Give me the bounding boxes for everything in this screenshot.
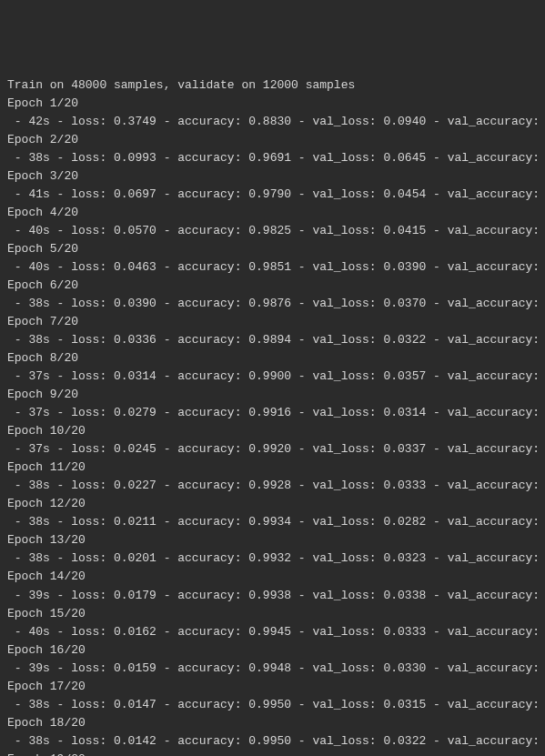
epoch-header: Epoch 2/20 bbox=[7, 131, 538, 149]
epoch-metrics: - 37s - loss: 0.0245 - accuracy: 0.9920 … bbox=[7, 440, 538, 459]
epoch-header: Epoch 19/20 bbox=[7, 751, 538, 756]
epoch-metrics: - 40s - loss: 0.0162 - accuracy: 0.9945 … bbox=[7, 623, 538, 641]
epoch-header: Epoch 9/20 bbox=[7, 386, 538, 404]
epoch-header: Epoch 12/20 bbox=[7, 495, 538, 513]
epoch-header: Epoch 8/20 bbox=[7, 349, 538, 368]
epoch-header: Epoch 13/20 bbox=[7, 531, 538, 549]
epoch-header: Epoch 1/20 bbox=[7, 95, 538, 113]
epoch-metrics: - 39s - loss: 0.0159 - accuracy: 0.9948 … bbox=[7, 660, 538, 678]
terminal-output: Train on 48000 samples, validate on 1200… bbox=[7, 76, 538, 756]
epoch-header: Epoch 16/20 bbox=[7, 641, 538, 660]
training-header: Train on 48000 samples, validate on 1200… bbox=[7, 76, 538, 95]
epoch-metrics: - 38s - loss: 0.0201 - accuracy: 0.9932 … bbox=[7, 549, 538, 568]
epoch-metrics: - 38s - loss: 0.0211 - accuracy: 0.9934 … bbox=[7, 513, 538, 531]
epoch-metrics: - 38s - loss: 0.0147 - accuracy: 0.9950 … bbox=[7, 696, 538, 714]
epoch-header: Epoch 17/20 bbox=[7, 678, 538, 696]
epoch-metrics: - 42s - loss: 0.3749 - accuracy: 0.8830 … bbox=[7, 113, 538, 131]
epoch-metrics: - 37s - loss: 0.0314 - accuracy: 0.9900 … bbox=[7, 368, 538, 386]
epoch-metrics: - 40s - loss: 0.0570 - accuracy: 0.9825 … bbox=[7, 222, 538, 240]
epoch-header: Epoch 5/20 bbox=[7, 240, 538, 258]
epoch-metrics: - 40s - loss: 0.0463 - accuracy: 0.9851 … bbox=[7, 258, 538, 277]
epoch-metrics: - 37s - loss: 0.0279 - accuracy: 0.9916 … bbox=[7, 404, 538, 422]
epoch-header: Epoch 15/20 bbox=[7, 605, 538, 623]
epoch-metrics: - 38s - loss: 0.0993 - accuracy: 0.9691 … bbox=[7, 149, 538, 167]
epoch-metrics: - 38s - loss: 0.0336 - accuracy: 0.9894 … bbox=[7, 331, 538, 349]
epoch-header: Epoch 11/20 bbox=[7, 459, 538, 477]
epoch-metrics: - 38s - loss: 0.0390 - accuracy: 0.9876 … bbox=[7, 295, 538, 313]
epoch-header: Epoch 6/20 bbox=[7, 277, 538, 295]
epoch-metrics: - 41s - loss: 0.0697 - accuracy: 0.9790 … bbox=[7, 186, 538, 204]
epoch-header: Epoch 4/20 bbox=[7, 204, 538, 222]
epoch-metrics: - 38s - loss: 0.0142 - accuracy: 0.9950 … bbox=[7, 732, 538, 751]
epoch-header: Epoch 7/20 bbox=[7, 313, 538, 331]
epoch-header: Epoch 14/20 bbox=[7, 568, 538, 586]
epoch-header: Epoch 10/20 bbox=[7, 422, 538, 440]
epoch-metrics: - 38s - loss: 0.0227 - accuracy: 0.9928 … bbox=[7, 477, 538, 495]
epoch-header: Epoch 18/20 bbox=[7, 714, 538, 732]
epoch-header: Epoch 3/20 bbox=[7, 167, 538, 186]
epoch-metrics: - 39s - loss: 0.0179 - accuracy: 0.9938 … bbox=[7, 587, 538, 605]
